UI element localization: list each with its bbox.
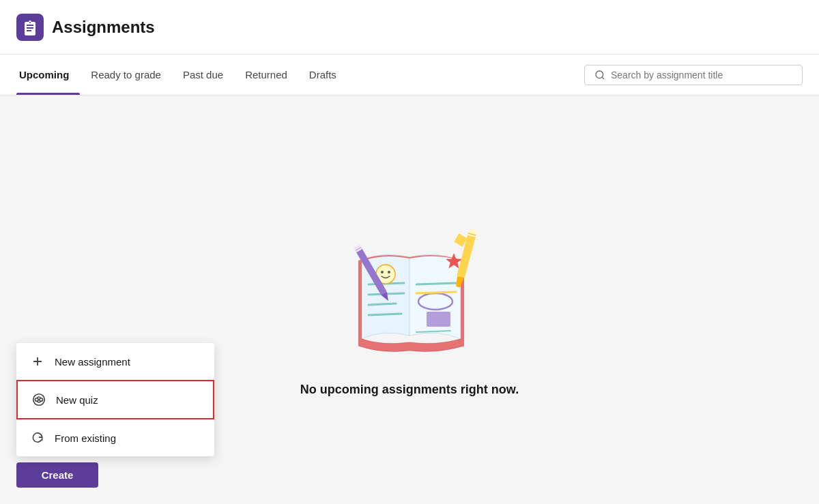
svg-line-1 [602, 77, 604, 79]
svg-rect-10 [427, 312, 450, 327]
svg-point-28 [40, 398, 43, 402]
menu-item-from-existing[interactable]: From existing [16, 419, 214, 456]
tab-ready-to-grade[interactable]: Ready to grade [80, 55, 172, 95]
menu-item-new-quiz[interactable]: New quiz [16, 380, 214, 419]
search-input[interactable] [611, 70, 792, 80]
svg-line-5 [369, 314, 401, 315]
svg-line-4 [369, 303, 396, 305]
main-content: No upcoming assignments right now. New a… [0, 95, 819, 504]
menu-item-new-assignment[interactable]: New assignment [16, 343, 214, 380]
app-header: Assignments [0, 0, 819, 55]
new-quiz-label: New quiz [56, 394, 98, 406]
tab-past-due[interactable]: Past due [172, 55, 234, 95]
tab-list: Upcoming Ready to grade Past due Returne… [16, 55, 347, 95]
empty-state-illustration [314, 203, 505, 366]
svg-line-11 [416, 283, 456, 284]
refresh-icon [30, 430, 45, 445]
tab-upcoming[interactable]: Upcoming [16, 55, 80, 95]
search-icon [594, 70, 605, 80]
svg-point-7 [381, 271, 384, 273]
svg-point-8 [388, 271, 390, 273]
quiz-icon [31, 392, 46, 407]
app-icon [16, 14, 44, 41]
svg-line-12 [416, 292, 456, 293]
svg-point-27 [35, 398, 39, 402]
page-title: Assignments [52, 18, 155, 37]
assignments-icon [22, 19, 38, 35]
svg-point-0 [596, 71, 603, 78]
tabs-bar: Upcoming Ready to grade Past due Returne… [0, 55, 819, 95]
tab-drafts[interactable]: Drafts [298, 55, 347, 95]
plus-icon [30, 354, 45, 369]
search-box[interactable] [584, 65, 803, 85]
empty-message: No upcoming assignments right now. [300, 383, 519, 397]
create-button[interactable]: Create [16, 462, 98, 488]
from-existing-label: From existing [55, 432, 116, 444]
new-assignment-label: New assignment [55, 356, 130, 368]
tab-returned[interactable]: Returned [234, 55, 298, 95]
dropdown-menu: New assignment New quiz [16, 343, 214, 456]
